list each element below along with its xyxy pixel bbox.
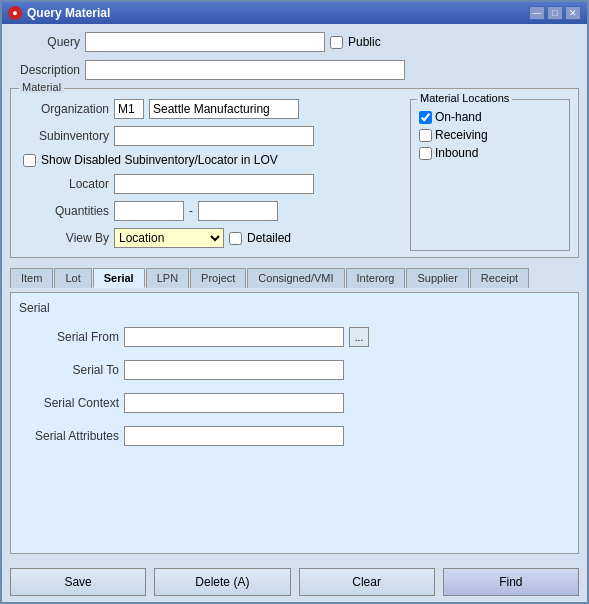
show-disabled-checkbox[interactable] <box>23 154 36 167</box>
delete-button[interactable]: Delete (A) <box>154 568 290 596</box>
tabs-bar: Item Lot Serial LPN Project Consigned/VM… <box>10 268 579 288</box>
qty-to-input[interactable] <box>198 201 278 221</box>
detailed-checkbox[interactable] <box>229 232 242 245</box>
close-button[interactable]: ✕ <box>565 6 581 20</box>
inbound-option[interactable]: Inbound <box>419 146 561 160</box>
receiving-option[interactable]: Receiving <box>419 128 561 142</box>
description-label: Description <box>10 63 80 77</box>
clear-button[interactable]: Clear <box>299 568 435 596</box>
inbound-checkbox[interactable] <box>419 147 432 160</box>
window-title: Query Material <box>27 6 110 20</box>
receiving-checkbox[interactable] <box>419 129 432 142</box>
tab-item[interactable]: Item <box>10 268 53 288</box>
tab-interorg[interactable]: Interorg <box>346 268 406 288</box>
find-button[interactable]: Find <box>443 568 579 596</box>
tab-content: Serial Serial From ... Serial To Serial … <box>10 292 579 554</box>
save-button[interactable]: Save <box>10 568 146 596</box>
qty-from-input[interactable] <box>114 201 184 221</box>
public-checkbox[interactable] <box>330 36 343 49</box>
query-input[interactable] <box>85 32 325 52</box>
material-locations-options: On-hand Receiving Inbound <box>419 110 561 160</box>
title-bar-left: ● Query Material <box>8 6 110 20</box>
org-name-input[interactable] <box>149 99 299 119</box>
title-bar: ● Query Material — □ ✕ <box>2 2 587 24</box>
tab-lpn[interactable]: LPN <box>146 268 189 288</box>
material-locations-label: Material Locations <box>417 92 512 104</box>
tab-project[interactable]: Project <box>190 268 246 288</box>
show-disabled-label: Show Disabled Subinventory/Locator in LO… <box>41 153 278 167</box>
detailed-label: Detailed <box>247 231 291 245</box>
material-locations-group: Material Locations On-hand Receiving <box>410 99 570 251</box>
serial-context-label: Serial Context <box>19 396 119 410</box>
main-window: ● Query Material — □ ✕ Query Public Desc… <box>0 0 589 604</box>
serial-section-label: Serial <box>19 301 570 315</box>
tab-receipt[interactable]: Receipt <box>470 268 529 288</box>
locator-input[interactable] <box>114 174 314 194</box>
title-buttons: — □ ✕ <box>529 6 581 20</box>
serial-tab-content: Serial Serial From ... Serial To Serial … <box>19 301 570 451</box>
serial-to-row: Serial To <box>19 360 570 380</box>
content-area: Query Public Description Material Organi… <box>2 24 587 562</box>
material-group: Material Organization Subinventory <box>10 88 579 258</box>
bottom-buttons: Save Delete (A) Clear Find <box>2 562 587 602</box>
window-icon: ● <box>8 6 22 20</box>
tab-supplier[interactable]: Supplier <box>406 268 468 288</box>
on-hand-option[interactable]: On-hand <box>419 110 561 124</box>
subinventory-label: Subinventory <box>19 129 109 143</box>
org-code-input[interactable] <box>114 99 144 119</box>
material-inner: Organization Subinventory Show Disabled … <box>19 95 570 251</box>
serial-attributes-input[interactable] <box>124 426 344 446</box>
description-input[interactable] <box>85 60 405 80</box>
serial-to-input[interactable] <box>124 360 344 380</box>
public-label: Public <box>348 35 381 49</box>
view-by-label: View By <box>19 231 109 245</box>
on-hand-label: On-hand <box>435 110 482 124</box>
view-by-select[interactable]: Location Item Lot <box>114 228 224 248</box>
qty-dash: - <box>189 204 193 218</box>
serial-from-row: Serial From ... <box>19 327 570 347</box>
locator-label: Locator <box>19 177 109 191</box>
serial-context-row: Serial Context <box>19 393 570 413</box>
receiving-label: Receiving <box>435 128 488 142</box>
minimize-button[interactable]: — <box>529 6 545 20</box>
tab-serial[interactable]: Serial <box>93 268 145 288</box>
inbound-label: Inbound <box>435 146 478 160</box>
material-left: Organization Subinventory Show Disabled … <box>19 99 400 251</box>
description-row: Description <box>10 60 579 80</box>
query-label: Query <box>10 35 80 49</box>
tab-consigned[interactable]: Consigned/VMI <box>247 268 344 288</box>
organization-label: Organization <box>19 102 109 116</box>
subinventory-input[interactable] <box>114 126 314 146</box>
serial-from-input[interactable] <box>124 327 344 347</box>
organization-row: Organization <box>19 99 400 119</box>
quantities-label: Quantities <box>19 204 109 218</box>
show-disabled-row: Show Disabled Subinventory/Locator in LO… <box>19 153 400 167</box>
serial-context-input[interactable] <box>124 393 344 413</box>
on-hand-checkbox[interactable] <box>419 111 432 124</box>
query-row: Query Public <box>10 32 579 52</box>
material-legend: Material <box>19 81 64 93</box>
view-by-row: View By Location Item Lot Detailed <box>19 228 400 248</box>
serial-to-label: Serial To <box>19 363 119 377</box>
locator-row: Locator <box>19 174 400 194</box>
maximize-button[interactable]: □ <box>547 6 563 20</box>
serial-from-label: Serial From <box>19 330 119 344</box>
serial-from-browse-button[interactable]: ... <box>349 327 369 347</box>
quantities-row: Quantities - <box>19 201 400 221</box>
serial-attributes-row: Serial Attributes <box>19 426 570 446</box>
serial-attributes-label: Serial Attributes <box>19 429 119 443</box>
tab-lot[interactable]: Lot <box>54 268 91 288</box>
subinventory-row: Subinventory <box>19 126 400 146</box>
